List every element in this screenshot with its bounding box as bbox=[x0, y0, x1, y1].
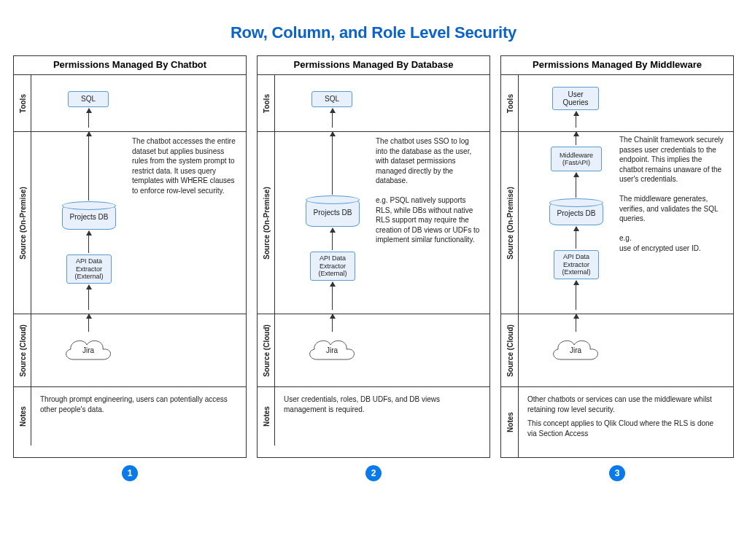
projects-db-node: Projects DB bbox=[306, 199, 360, 227]
row-notes: Notes User credentials, roles, DB UDFs, … bbox=[258, 387, 489, 446]
row-notes: Notes Other chatbots or services can use… bbox=[501, 387, 733, 457]
arrow-up-icon bbox=[576, 112, 576, 128]
panel-title: Permissions Managed By Middleware bbox=[501, 56, 733, 75]
arrow-up-icon bbox=[332, 314, 333, 332]
arrow-up-icon bbox=[88, 231, 89, 253]
row-onprem: Source (On-Premise) Middleware (FastAPI)… bbox=[501, 132, 733, 314]
row-cloud: Source (Cloud) Jira bbox=[14, 314, 246, 387]
arrow-up-icon bbox=[576, 132, 576, 145]
notes-text: This concept applies to Qlik Cloud where… bbox=[527, 419, 724, 438]
middleware-node: Middleware (FastAPI) bbox=[551, 147, 602, 171]
lane-label-cloud: Source (Cloud) bbox=[258, 314, 275, 386]
lane-label-cloud: Source (Cloud) bbox=[14, 314, 31, 386]
panel-title: Permissions Managed By Database bbox=[258, 56, 489, 75]
panels-container: Permissions Managed By Chatbot Tools SQL… bbox=[0, 55, 747, 458]
lane-label-notes: Notes bbox=[501, 387, 519, 457]
lane-label-onprem: Source (On-Premise) bbox=[258, 132, 275, 314]
notes-text: Other chatbots or services can use the m… bbox=[527, 394, 724, 414]
lane-label-tools: Tools bbox=[501, 75, 519, 131]
row-onprem: Source (On-Premise) Projects DB API Data… bbox=[14, 132, 246, 314]
api-extractor-node: API Data Extractor (External) bbox=[554, 250, 599, 279]
cloud-node: Jira bbox=[59, 333, 117, 367]
lane-label-onprem: Source (On-Premise) bbox=[14, 132, 31, 314]
notes-text: User credentials, roles, DB UDFs, and DB… bbox=[284, 394, 481, 414]
panel-title: Permissions Managed By Chatbot bbox=[14, 56, 246, 75]
api-extractor-node: API Data Extractor (External) bbox=[310, 252, 355, 281]
arrow-up-icon bbox=[332, 282, 333, 310]
cloud-label: Jira bbox=[303, 333, 361, 367]
arrow-up-icon bbox=[332, 228, 333, 250]
arrow-up-icon bbox=[332, 132, 333, 195]
cloud-label: Jira bbox=[59, 333, 117, 367]
projects-db-node: Projects DB bbox=[549, 202, 603, 225]
onprem-desc: The chatbot accesses the entire dataset … bbox=[132, 136, 239, 195]
onprem-desc: The Chainlit framework securely passes u… bbox=[619, 135, 726, 253]
row-notes: Notes Through prompt engineering, users … bbox=[14, 387, 246, 446]
arrow-up-icon bbox=[576, 314, 576, 332]
badge-row: 1 2 3 bbox=[0, 458, 747, 481]
panel-chatbot: Permissions Managed By Chatbot Tools SQL… bbox=[13, 55, 247, 458]
row-cloud: Source (Cloud) Jira bbox=[258, 314, 489, 387]
onprem-desc: The chatbot uses SSO to log into the dat… bbox=[376, 136, 482, 245]
arrow-up-icon bbox=[576, 227, 576, 249]
cloud-node: Jira bbox=[546, 333, 605, 367]
panel-number-badge: 1 bbox=[122, 465, 138, 481]
tools-node: SQL bbox=[311, 91, 352, 107]
panel-middleware: Permissions Managed By Middleware Tools … bbox=[500, 55, 734, 458]
arrow-up-icon bbox=[332, 109, 333, 128]
row-tools: Tools User Queries bbox=[501, 75, 733, 132]
projects-db-node: Projects DB bbox=[62, 205, 116, 230]
panel-number-badge: 3 bbox=[609, 465, 625, 481]
arrow-up-icon bbox=[88, 109, 89, 128]
tools-node: User Queries bbox=[552, 87, 599, 110]
arrow-up-icon bbox=[576, 173, 576, 198]
page-title: Row, Column, and Role Level Security bbox=[0, 23, 747, 42]
notes-text: Through prompt engineering, users can po… bbox=[40, 394, 237, 414]
tools-node: SQL bbox=[68, 91, 109, 107]
lane-label-notes: Notes bbox=[14, 387, 31, 446]
panel-number-badge: 2 bbox=[365, 465, 382, 481]
cloud-label: Jira bbox=[546, 333, 605, 367]
arrow-up-icon bbox=[88, 132, 89, 201]
arrow-up-icon bbox=[88, 314, 89, 332]
lane-label-notes: Notes bbox=[258, 387, 275, 446]
row-tools: Tools SQL bbox=[258, 75, 489, 132]
panel-database: Permissions Managed By Database Tools SQ… bbox=[257, 55, 490, 458]
row-tools: Tools SQL bbox=[14, 75, 246, 132]
cloud-node: Jira bbox=[303, 333, 361, 367]
lane-label-onprem: Source (On-Premise) bbox=[501, 132, 519, 314]
arrow-up-icon bbox=[576, 281, 576, 310]
api-extractor-node: API Data Extractor (External) bbox=[66, 254, 112, 284]
row-cloud: Source (Cloud) Jira bbox=[501, 314, 733, 387]
lane-label-tools: Tools bbox=[258, 75, 275, 131]
arrow-up-icon bbox=[88, 285, 89, 310]
lane-label-tools: Tools bbox=[14, 75, 31, 131]
lane-label-cloud: Source (Cloud) bbox=[501, 314, 519, 386]
row-onprem: Source (On-Premise) Projects DB API Data… bbox=[258, 132, 489, 314]
